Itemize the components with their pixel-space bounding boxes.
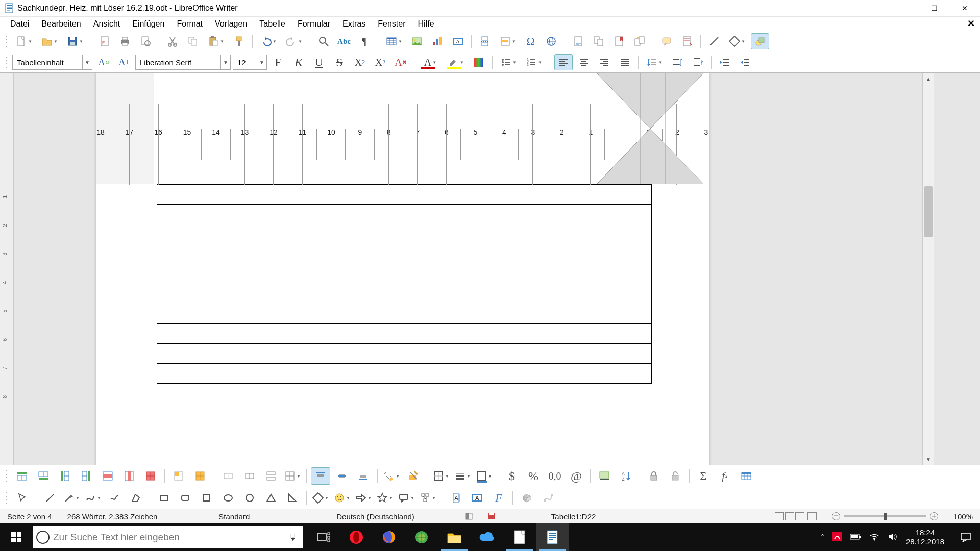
document-table[interactable] xyxy=(157,184,652,384)
table-cell[interactable] xyxy=(592,264,623,284)
scroll-down-icon[interactable]: ▼ xyxy=(923,454,934,465)
table-row[interactable] xyxy=(157,324,652,344)
table-row[interactable] xyxy=(157,205,652,224)
table-cell[interactable] xyxy=(592,364,623,384)
line-spacing-button[interactable]: ▼ xyxy=(643,54,666,70)
table-cell[interactable] xyxy=(157,244,183,264)
chevron-down-icon[interactable]: ▼ xyxy=(257,55,266,69)
new-style-button[interactable]: A+ xyxy=(115,54,133,70)
tray-chevron-icon[interactable]: ˄ xyxy=(821,533,824,541)
toolbar-grip[interactable] xyxy=(5,35,8,48)
table-cell[interactable] xyxy=(623,185,652,205)
edit-points-button[interactable] xyxy=(538,489,558,507)
insert-table-button[interactable]: ▼ xyxy=(382,33,406,49)
zoom-slider[interactable]: − + xyxy=(832,512,938,520)
menu-styles[interactable]: Vorlagen xyxy=(209,17,253,31)
formatting-marks-button[interactable]: ¶ xyxy=(355,33,374,49)
paragraph-style-input[interactable] xyxy=(13,56,82,68)
view-layout-buttons[interactable] xyxy=(775,512,817,520)
table-row[interactable] xyxy=(157,224,652,244)
callouts-button[interactable]: ▼ xyxy=(397,489,416,507)
table-row[interactable] xyxy=(157,284,652,304)
start-button[interactable] xyxy=(0,523,33,551)
rectangle-button[interactable] xyxy=(154,489,174,507)
number-list-button[interactable]: 123▼ xyxy=(522,54,546,70)
unprotect-cells-button[interactable] xyxy=(666,467,685,485)
tray-avira-icon[interactable] xyxy=(832,532,842,543)
table-cell[interactable] xyxy=(157,284,183,304)
superscript-button[interactable]: X2 xyxy=(351,54,369,70)
curves-button[interactable]: ▼ xyxy=(83,489,103,507)
taskbar-app-browser[interactable] xyxy=(405,523,438,551)
table-cell[interactable] xyxy=(157,304,183,324)
align-top-button[interactable] xyxy=(311,467,330,485)
table-cell[interactable] xyxy=(157,264,183,284)
table-cell[interactable] xyxy=(592,284,623,304)
square-button[interactable] xyxy=(197,489,216,507)
chevron-down-icon[interactable]: ▼ xyxy=(220,55,230,69)
paragraph-style-combo[interactable]: ▼ xyxy=(12,55,92,70)
table-cell[interactable] xyxy=(157,324,183,344)
triangle-button[interactable] xyxy=(261,489,281,507)
align-middle-button[interactable] xyxy=(332,467,352,485)
basic-shapes-gallery-button[interactable]: ▼ xyxy=(311,489,330,507)
select-cell-button[interactable] xyxy=(169,467,188,485)
table-cell[interactable] xyxy=(592,304,623,324)
line-tool-button[interactable] xyxy=(40,489,60,507)
new-document-button[interactable]: ▼ xyxy=(12,33,36,49)
italic-button[interactable]: K xyxy=(289,54,308,70)
number-format-standard-button[interactable]: @ xyxy=(567,467,586,485)
find-replace-button[interactable] xyxy=(314,33,333,49)
bold-button[interactable]: F xyxy=(269,54,287,70)
menu-format[interactable]: Format xyxy=(170,17,209,31)
bullet-list-button[interactable]: ▼ xyxy=(497,54,520,70)
taskbar-app-writer[interactable] xyxy=(536,523,569,551)
delete-table-button[interactable] xyxy=(141,467,160,485)
table-cell[interactable] xyxy=(623,264,652,284)
menu-file[interactable]: Datei xyxy=(4,17,35,31)
table-cell[interactable] xyxy=(623,205,652,224)
print-preview-button[interactable] xyxy=(136,33,155,49)
scroll-up-icon[interactable]: ▲ xyxy=(923,73,934,84)
taskbar-app-firefox[interactable] xyxy=(373,523,405,551)
ellipse-button[interactable] xyxy=(218,489,238,507)
font-name-input[interactable] xyxy=(136,56,220,68)
table-cell[interactable] xyxy=(183,304,592,324)
chevron-down-icon[interactable]: ▼ xyxy=(82,55,92,69)
align-justify-button[interactable] xyxy=(616,54,634,70)
action-center-button[interactable] xyxy=(951,523,980,551)
status-zoom-value[interactable]: 100% xyxy=(953,512,973,521)
page-scroll-area[interactable]: 181716151413121110987654321123 ▲ ▼ xyxy=(0,73,934,465)
subscript-button[interactable]: X2 xyxy=(371,54,389,70)
toolbar-grip[interactable] xyxy=(5,469,8,483)
stars-button[interactable]: ▼ xyxy=(375,489,395,507)
insert-special-char-button[interactable]: Ω xyxy=(522,33,540,49)
system-tray[interactable]: ˄ 18:24 28.12.2018 xyxy=(814,528,951,546)
menu-edit[interactable]: Bearbeiten xyxy=(35,17,87,31)
toolbar-grip[interactable] xyxy=(5,491,8,505)
spellcheck-button[interactable]: Abc xyxy=(335,33,353,49)
vertical-scrollbar[interactable]: ▲ ▼ xyxy=(922,73,934,465)
basic-shapes-button[interactable]: ▼ xyxy=(725,33,749,49)
taskbar-search[interactable]: Zur Suche Text hier eingeben 🎙 xyxy=(33,526,303,548)
split-cells-button[interactable] xyxy=(240,467,259,485)
delete-row-button[interactable] xyxy=(98,467,117,485)
table-cell[interactable] xyxy=(183,244,592,264)
paste-button[interactable]: ▼ xyxy=(204,33,228,49)
number-format-currency-button[interactable]: $ xyxy=(502,467,522,485)
status-cell-ref[interactable]: Tabelle1:D22 xyxy=(551,512,596,521)
font-color-button[interactable]: A▼ xyxy=(419,54,442,70)
number-format-decimal-button[interactable]: 0,0 xyxy=(545,467,565,485)
taskbar-app-cloud[interactable] xyxy=(471,523,503,551)
print-button[interactable] xyxy=(116,33,134,49)
horizontal-ruler[interactable]: 181716151413121110987654321123 xyxy=(96,73,709,184)
insert-endnote-button[interactable] xyxy=(590,33,608,49)
table-row[interactable] xyxy=(157,304,652,324)
vertical-text-button[interactable]: A xyxy=(446,489,465,507)
status-word-count[interactable]: 268 Wörter, 2.383 Zeichen xyxy=(67,512,158,521)
insert-row-below-button[interactable] xyxy=(34,467,53,485)
menu-table[interactable]: Tabelle xyxy=(253,17,291,31)
table-cell[interactable] xyxy=(157,364,183,384)
taskbar-app-opera[interactable] xyxy=(340,523,373,551)
menu-help[interactable]: Hilfe xyxy=(412,17,440,31)
